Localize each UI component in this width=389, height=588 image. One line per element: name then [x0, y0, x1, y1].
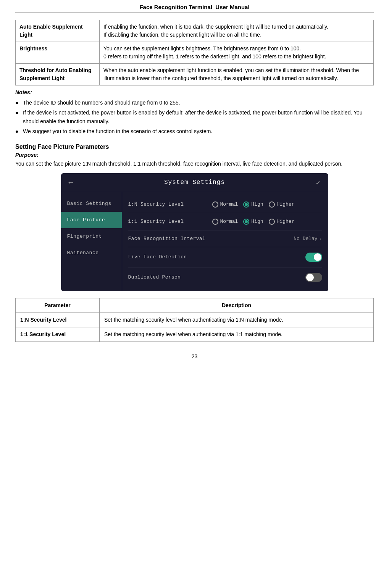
radio-option-high[interactable]: High: [243, 219, 263, 225]
notes-section: Notes: The device ID should be numbers a…: [15, 89, 374, 137]
radio-label: Higher: [277, 201, 295, 207]
device-header: ← System Settings ✓: [61, 173, 328, 192]
info-desc: When the auto enable supplement light fu…: [100, 64, 374, 85]
info-param: Auto Enable Supplement Light: [16, 20, 100, 42]
setting-label: 1:N Security Level: [128, 201, 212, 207]
page-subtitle: User Manual: [215, 4, 249, 10]
setting-row: 1:N Security LevelNormalHighHigher: [128, 196, 322, 213]
purpose-text: You can set the face picture 1:N match t…: [15, 159, 374, 168]
nav-confirm-button[interactable]: ✓: [316, 178, 320, 187]
radio-circle: [269, 219, 275, 225]
radio-option-higher[interactable]: Higher: [269, 219, 295, 225]
device-frame: ← System Settings ✓ Basic SettingsFace P…: [61, 173, 328, 291]
toggle-knob: [314, 253, 321, 261]
radio-circle: [243, 219, 249, 225]
note-item: We suggest you to disable the function i…: [15, 126, 374, 136]
setting-row: Duplicated Person: [128, 267, 322, 287]
radio-option-normal[interactable]: Normal: [212, 201, 238, 208]
radio-circle: [243, 201, 249, 208]
sidebar-item-fingerprint[interactable]: Fingerprint: [61, 228, 122, 245]
notes-list: The device ID should be numbers and shou…: [15, 98, 374, 137]
device-header-title: System Settings: [164, 179, 225, 186]
chevron-right-icon: ›: [319, 236, 322, 242]
purpose-title: Purpose:: [15, 152, 374, 158]
sidebar-item-basic-settings[interactable]: Basic Settings: [61, 195, 122, 212]
radio-label: Normal: [220, 219, 238, 224]
radio-label: High: [251, 219, 263, 224]
setting-value[interactable]: No Delay ›: [212, 236, 322, 242]
radio-option-normal[interactable]: Normal: [212, 219, 238, 225]
sidebar-item-maitenance[interactable]: Maitenance: [61, 245, 122, 261]
setting-row: Face Recognition IntervalNo Delay ›: [128, 230, 322, 247]
radio-circle: [212, 201, 218, 208]
info-param: Brightness: [16, 42, 100, 64]
radio-circle: [269, 201, 275, 208]
sidebar-item-face-picture[interactable]: Face Picture: [61, 212, 122, 228]
params-desc: Set the matching security level when aut…: [100, 327, 374, 342]
setting-label: Duplicated Person: [128, 274, 212, 280]
info-desc: If enabling the function, when it is too…: [100, 20, 374, 42]
params-param: 1:1 Security Level: [16, 327, 100, 342]
setting-row: 1:1 Security LevelNormalHighHigher: [128, 213, 322, 230]
nav-back-button[interactable]: ←: [69, 178, 73, 187]
radio-label: Normal: [220, 201, 238, 207]
toggle-knob: [306, 274, 314, 281]
notes-title: Notes:: [15, 89, 374, 95]
setting-label: Live Face Detection: [128, 254, 212, 260]
radio-label: High: [251, 201, 263, 207]
section-title: Setting Face Picture Parameters: [15, 143, 374, 150]
radio-option-high[interactable]: High: [243, 201, 263, 208]
settings-content: 1:N Security LevelNormalHighHigher1:1 Se…: [122, 192, 328, 291]
radio-group: NormalHighHigher: [212, 201, 322, 208]
info-desc: You can set the supplement light's brigh…: [100, 42, 374, 64]
setting-label: 1:1 Security Level: [128, 219, 212, 224]
radio-option-higher[interactable]: Higher: [269, 201, 295, 208]
toggle-switch[interactable]: [305, 273, 322, 282]
page-number: 23: [15, 353, 374, 359]
info-table: Auto Enable Supplement LightIf enabling …: [15, 20, 374, 85]
radio-circle: [212, 219, 218, 225]
radio-label: Higher: [277, 219, 295, 224]
page-title: Face Recognition Terminal: [139, 4, 212, 10]
page-header: Face Recognition Terminal User Manual: [15, 4, 374, 13]
params-param: 1:N Security Level: [16, 313, 100, 327]
params-col-desc: Description: [100, 298, 374, 313]
setting-label: Face Recognition Interval: [128, 236, 212, 242]
params-desc: Set the matching security level when aut…: [100, 313, 374, 327]
radio-group: NormalHighHigher: [212, 219, 322, 225]
setting-row: Live Face Detection: [128, 247, 322, 267]
sidebar-nav: Basic SettingsFace PictureFingerprintMai…: [61, 192, 122, 291]
params-col-param: Parameter: [16, 298, 100, 313]
params-table: Parameter Description 1:N Security Level…: [15, 298, 374, 342]
toggle-switch[interactable]: [305, 253, 322, 262]
note-item: The device ID should be numbers and shou…: [15, 98, 374, 108]
device-body: Basic SettingsFace PictureFingerprintMai…: [61, 192, 328, 291]
note-item: If the device is not activated, the powe…: [15, 108, 374, 126]
info-param: Threshold for Auto Enabling Supplement L…: [16, 64, 100, 85]
